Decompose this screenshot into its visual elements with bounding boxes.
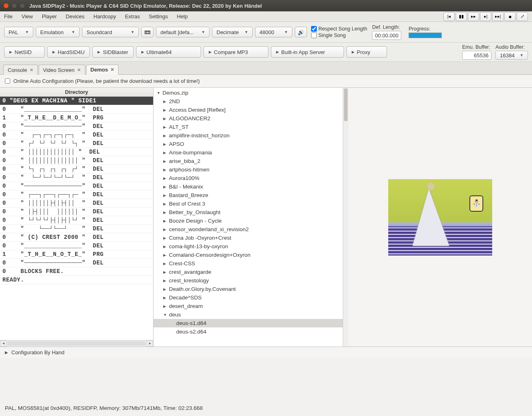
volume-icon-button[interactable]: 🔊: [295, 27, 307, 37]
window-maximize-button[interactable]: [19, 3, 25, 9]
menu-devices[interactable]: Devices: [66, 13, 84, 20]
app-server-button[interactable]: ▶Built-in App Server: [271, 46, 344, 58]
directory-row[interactable]: 0 " (C) CREST 2000 " DEL: [0, 233, 153, 242]
tree-item[interactable]: ▶arise_biba_2: [154, 157, 348, 165]
proxy-button[interactable]: ▶Proxy: [346, 46, 387, 58]
video-standard-dropdown[interactable]: PAL▼: [4, 27, 33, 37]
tree-item[interactable]: ▶Best of Crest 3: [154, 199, 348, 208]
directory-row[interactable]: 0 " ││││││├┤│├┤││ " DEL: [0, 199, 153, 208]
emulation-dropdown[interactable]: Emulation▼: [36, 27, 80, 37]
tree-item[interactable]: ▶APSO: [154, 140, 348, 148]
close-icon[interactable]: ✕: [110, 67, 114, 72]
hardsid4u-button[interactable]: ▶HardSID4U: [47, 46, 90, 58]
tab-console[interactable]: Console✕: [3, 65, 38, 75]
single-song-checkbox[interactable]: Single Song: [311, 32, 367, 38]
close-icon[interactable]: ✕: [30, 67, 33, 73]
directory-listing[interactable]: 0 "DEUS EX MACHINA " SIDE10 "___________…: [0, 97, 153, 340]
directory-row[interactable]: READY.: [0, 276, 153, 284]
soundcard-dropdown[interactable]: Soundcard▼: [82, 27, 139, 37]
respect-song-length-checkbox[interactable]: Respect Song Length: [311, 26, 367, 32]
next-subtune-button[interactable]: ▸|: [480, 12, 491, 21]
file-tree[interactable]: ▼Demos.zip▶2ND▶Access Denied [Reflex]▶AL…: [154, 88, 348, 337]
directory-row[interactable]: 0 "────────────────" DEL: [0, 182, 153, 191]
samplerate-dropdown[interactable]: 48000▼: [255, 27, 292, 37]
tree-item[interactable]: ▶Aurora100%: [154, 174, 348, 182]
tree-item[interactable]: ▼deus: [154, 310, 348, 319]
tree-v-scrollbar[interactable]: [343, 88, 348, 347]
menu-hardcopy[interactable]: Hardcopy: [93, 13, 116, 20]
default-length-field[interactable]: 00:00.000: [372, 31, 401, 40]
tree-item[interactable]: ▶Bastard_Breeze: [154, 191, 348, 199]
window-minimize-button[interactable]: [11, 3, 17, 9]
tree-item[interactable]: ▶Better_by_Onslaught: [154, 208, 348, 217]
tree-item[interactable]: deus-s2.d64: [154, 327, 348, 336]
tree-item[interactable]: ▶coma-light-13-by-oxyron: [154, 242, 348, 251]
compare-mp3-button[interactable]: ▶Compare MP3: [203, 46, 268, 58]
menu-file[interactable]: File: [4, 13, 13, 20]
tree-item[interactable]: ▶Crest-CSS: [154, 259, 348, 268]
directory-row[interactable]: 0 "________________" DEL: [0, 105, 153, 114]
directory-row[interactable]: 1 "_T_H_E__N_O_T_E_" PRG: [0, 250, 153, 259]
tab-video-screen[interactable]: Video Screen✕: [39, 65, 85, 75]
pause-button[interactable]: ▮▮: [456, 12, 467, 21]
record-icon-button[interactable]: 📼: [141, 27, 154, 37]
directory-row[interactable]: 0 BLOCKS FREE.: [0, 267, 153, 276]
directory-h-scrollbar[interactable]: ◂▸: [0, 340, 153, 347]
auto-config-checkbox[interactable]: [5, 78, 10, 84]
tree-item[interactable]: ▶ALT_ST: [154, 123, 348, 131]
directory-row[interactable]: 0 " ┌──┐┌──┐┌──┐┌─ " DEL: [0, 191, 153, 199]
tree-item[interactable]: ▶ALGODANCER2: [154, 114, 348, 123]
tree-item[interactable]: ▶crest_krestology: [154, 276, 348, 285]
tab-demos[interactable]: Demos✕: [86, 65, 119, 75]
tree-item[interactable]: ▶B&I - Mekanix: [154, 182, 348, 191]
tree-item[interactable]: ▶crest_avantgarde: [154, 268, 348, 276]
fast-forward-button[interactable]: ▸▸: [468, 12, 479, 21]
tree-item[interactable]: ▶Arise-bumpmania: [154, 148, 348, 157]
directory-row[interactable]: 0 "DEUS EX MACHINA " SIDE1: [0, 97, 153, 105]
close-icon[interactable]: ✕: [77, 67, 81, 73]
stop-button[interactable]: ■: [504, 12, 516, 21]
emu-buffer-field[interactable]: 65536: [462, 51, 491, 60]
directory-row[interactable]: 0 " ┌┘ └┘ └┘ └┘ └┐ " DEL: [0, 139, 153, 148]
tree-item[interactable]: ▶Decade^SDS: [154, 293, 348, 302]
tree-item[interactable]: ▶censor_wonderland_xi_revision2: [154, 225, 348, 234]
directory-row[interactable]: 0 " └──┘└──┘ " DEL: [0, 225, 153, 233]
directory-row[interactable]: 0 " ┌─┐┌─┐┌─┐┌─┐ " DEL: [0, 131, 153, 139]
directory-row[interactable]: 1 "_T_H_E__D_E_M_O_" PRG: [0, 114, 153, 122]
tree-item[interactable]: ▶artphosis-hitmen: [154, 165, 348, 174]
directory-row[interactable]: 0 " ││││││││││││││ " DEL: [0, 156, 153, 165]
menu-extras[interactable]: Extras: [125, 13, 140, 20]
directory-row[interactable]: 0 " └┐ ┌┐ ┌┐ ┌┐ ┌┘ " DEL: [0, 165, 153, 173]
prev-track-button[interactable]: |◂: [443, 12, 455, 21]
directory-row[interactable]: 0 " └─┘└─┘└─┘└─┘ " DEL: [0, 173, 153, 182]
tree-item[interactable]: ▼Demos.zip: [154, 89, 348, 97]
config-by-hand-row[interactable]: ▶ Configuration By Hand: [0, 347, 532, 358]
directory-row[interactable]: 0 "────────────────" DEL: [0, 259, 153, 267]
tree-item[interactable]: ▶Booze Design - Cycle: [154, 217, 348, 225]
ultimate64-button[interactable]: ▶Ultimate64: [136, 46, 201, 58]
audio-device-dropdown[interactable]: default [defa...▼: [156, 27, 210, 37]
menu-help[interactable]: Help: [177, 13, 188, 20]
menu-view[interactable]: View: [22, 13, 33, 20]
tree-item[interactable]: ▶desert_dream: [154, 302, 348, 310]
menu-settings[interactable]: Settings: [149, 13, 168, 20]
next-track-button[interactable]: ▸▸|: [492, 12, 504, 21]
directory-row[interactable]: 0 " │├┤│││ ││││││ " DEL: [0, 208, 153, 216]
tree-item[interactable]: deus-s1.d64: [154, 319, 348, 327]
netsid-button[interactable]: ▶NetSID: [4, 46, 45, 58]
tree-item[interactable]: ▶amplifire-instinct_horizon: [154, 131, 348, 140]
window-close-button[interactable]: [3, 3, 9, 9]
decimate-dropdown[interactable]: Decimate▼: [212, 27, 253, 37]
audio-buffer-dropdown[interactable]: 16384▼: [495, 51, 528, 60]
tree-item[interactable]: ▶Death.or.Glory.by.Covenant: [154, 285, 348, 293]
fullscreen-button[interactable]: ⤢: [517, 12, 528, 21]
directory-row[interactable]: 0 "________________" DEL: [0, 242, 153, 250]
tree-item[interactable]: ▶Comaland-Censordesign+Oxyron: [154, 251, 348, 259]
tree-item[interactable]: ▶Access Denied [Reflex]: [154, 106, 348, 114]
sidblaster-button[interactable]: ▶SIDBlaster: [92, 46, 133, 58]
directory-row[interactable]: 0 " │││││││││││││ " DEL: [0, 148, 153, 156]
tree-item[interactable]: ▶Coma Job -Oxyron+Crest: [154, 234, 348, 242]
menu-player[interactable]: Player: [42, 13, 57, 20]
directory-row[interactable]: 0 "────────────────" DEL: [0, 122, 153, 131]
tree-item[interactable]: ▶2ND: [154, 97, 348, 106]
